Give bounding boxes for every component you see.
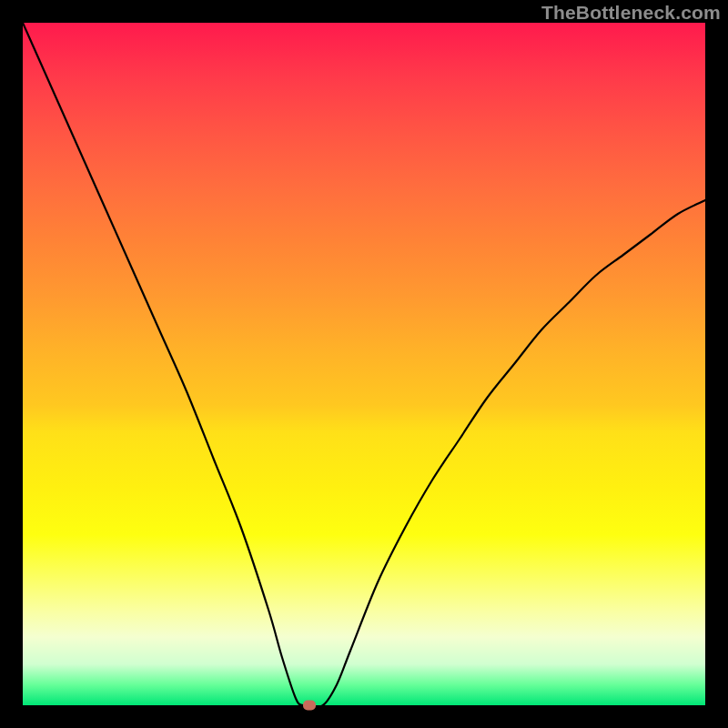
optimal-point-marker xyxy=(303,701,316,711)
plot-area xyxy=(23,23,705,705)
curve-svg xyxy=(23,23,705,705)
bottleneck-curve xyxy=(23,23,705,705)
watermark-text: TheBottleneck.com xyxy=(541,2,721,24)
chart-frame: TheBottleneck.com xyxy=(0,0,728,728)
